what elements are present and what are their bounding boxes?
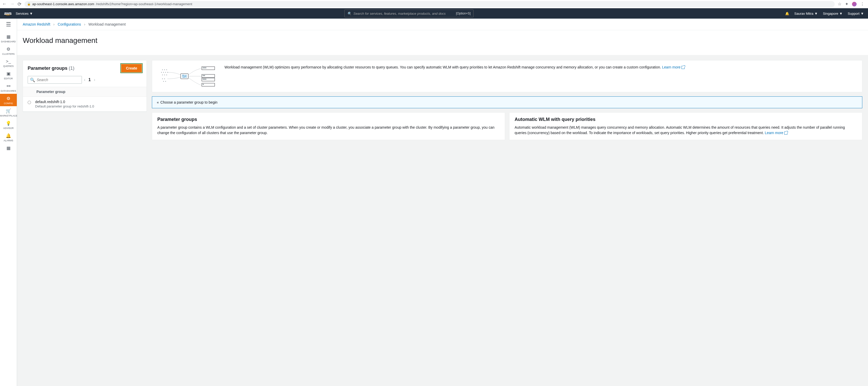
search-placeholder: Search for services, features, marketpla…	[353, 11, 445, 16]
region-menu[interactable]: Singapore ▼	[823, 11, 842, 16]
table-row[interactable]: default.redshift-1.0 Default parameter g…	[23, 97, 147, 111]
svg-point-1	[164, 69, 165, 70]
nav-dashboard[interactable]: ▦DASHBOARD	[0, 32, 17, 44]
url-path: /redshiftv2/home?region=ap-southeast-1#w…	[96, 2, 192, 6]
svg-point-3	[161, 72, 162, 72]
svg-point-5	[165, 72, 166, 72]
hint-text: Choose a parameter group to begin	[160, 100, 218, 105]
star-icon[interactable]: ☆	[838, 2, 841, 6]
back-button[interactable]: ←	[2, 1, 7, 7]
global-search[interactable]: 🔍 Search for services, features, marketp…	[344, 9, 473, 17]
svg-point-11	[164, 79, 165, 79]
svg-rect-31	[206, 79, 206, 80]
search-icon: 🔍	[347, 11, 351, 16]
svg-rect-26	[203, 75, 204, 76]
panel-count: (1)	[69, 66, 74, 71]
search-shortcut: [Option+S]	[456, 11, 471, 15]
parameter-groups-card: Parameter groups A parameter group conta…	[152, 112, 505, 140]
auto-wlm-card: Automatic WLM with query priorities Auto…	[509, 112, 862, 140]
svg-rect-24	[206, 67, 206, 68]
services-menu[interactable]: Services ▼	[16, 11, 33, 16]
svg-point-2	[166, 69, 167, 70]
nav-queries[interactable]: >_QUERIES	[0, 57, 17, 69]
svg-rect-27	[204, 75, 205, 76]
profile-avatar[interactable]	[852, 2, 857, 6]
account-menu[interactable]: Saurav Mitra ▼	[795, 11, 818, 16]
learn-more-link[interactable]: Learn more	[662, 65, 685, 69]
chevron-right-icon: ›	[84, 22, 86, 26]
nav-datashares[interactable]: ⚯DATASHARES	[0, 81, 17, 94]
svg-rect-33	[203, 84, 204, 85]
learn-more-link[interactable]: Learn more	[765, 131, 788, 135]
svg-point-12	[163, 81, 164, 82]
nav-alarms[interactable]: 🔔ALARMS	[0, 131, 17, 143]
page-title: Workload management	[23, 36, 862, 45]
page-prev: ‹	[84, 78, 85, 82]
nav-clusters[interactable]: ⚙CLUSTERS	[0, 44, 17, 57]
svg-rect-30	[204, 79, 205, 80]
svg-point-18	[183, 75, 184, 76]
nav-config[interactable]: ⚙CONFIG	[0, 94, 17, 106]
choose-group-hint: « Choose a parameter group to begin	[152, 96, 862, 108]
svg-point-9	[166, 75, 167, 75]
extensions-icon[interactable]: ✦	[845, 2, 848, 6]
aws-top-nav: aws Services ▼ 🔍 Search for services, fe…	[0, 8, 868, 19]
support-menu[interactable]: Support ▼	[848, 11, 864, 16]
external-link-icon	[681, 66, 685, 69]
kebab-menu-icon[interactable]: ⋮	[860, 2, 864, 6]
svg-point-13	[165, 81, 166, 82]
svg-rect-23	[204, 67, 205, 68]
crumb-root[interactable]: Amazon Redshift	[23, 22, 51, 26]
panel-title: Parameter groups (1)	[28, 66, 74, 71]
svg-point-10	[162, 79, 163, 79]
card-title: Automatic WLM with query priorities	[515, 117, 857, 122]
hamburger-icon[interactable]: ☰	[6, 21, 11, 28]
queries-icon: >_	[0, 59, 17, 64]
nav-marketplace[interactable]: 🛒MARKETPLACE	[0, 106, 17, 119]
card-body: Automatic workload management (WLM) mana…	[515, 125, 857, 136]
aws-logo[interactable]: aws	[4, 11, 11, 16]
page-next: ›	[94, 78, 95, 82]
wlm-illustration	[157, 65, 219, 88]
card-body: A parameter group contains a WLM configu…	[157, 125, 500, 136]
search-icon: 🔍	[30, 78, 35, 82]
dashboard-icon: ▦	[0, 34, 17, 39]
editor-icon: ▣	[0, 71, 17, 77]
row-radio[interactable]	[28, 101, 31, 104]
row-name: default.redshift-1.0	[35, 100, 94, 104]
lock-icon: 🔒	[27, 2, 31, 6]
url-bar[interactable]: 🔒 ap-southeast-1.console.aws.amazon.com/…	[25, 1, 835, 7]
svg-point-4	[163, 72, 164, 72]
config-icon: ⚙	[0, 96, 17, 101]
parameter-groups-panel: Parameter groups (1) Create 🔍 ‹ 1 ›	[23, 60, 147, 112]
chevron-left-double-icon: «	[157, 100, 158, 105]
create-button[interactable]: Create	[121, 64, 142, 72]
parameter-search-input[interactable]	[37, 78, 80, 82]
svg-point-8	[164, 75, 165, 75]
chevron-right-icon: ›	[54, 22, 55, 26]
datashares-icon: ⚯	[0, 84, 17, 89]
crumb-current: Workload management	[88, 22, 126, 26]
wlm-info-text: Workload management (WLM) optimizes quer…	[224, 65, 685, 70]
svg-point-0	[162, 69, 163, 70]
advisor-icon: 💡	[0, 121, 17, 126]
url-host: ap-southeast-1.console.aws.amazon.com	[32, 2, 94, 6]
nav-more[interactable]: ▦	[0, 143, 17, 153]
search-input-wrap: 🔍	[28, 76, 82, 84]
crumb-configurations[interactable]: Configurations	[58, 22, 81, 26]
grid-icon: ▦	[0, 145, 17, 151]
browser-toolbar: ← → ⟳ 🔒 ap-southeast-1.console.aws.amazo…	[0, 0, 868, 8]
forward-button: →	[10, 1, 14, 7]
notifications-icon[interactable]: 🔔	[785, 11, 789, 16]
alarms-icon: 🔔	[0, 133, 17, 139]
svg-rect-22	[203, 67, 204, 68]
left-nav-rail: ☰ ▦DASHBOARD ⚙CLUSTERS >_QUERIES ▣EDITOR…	[0, 19, 17, 386]
svg-rect-29	[203, 79, 204, 80]
pagination: ‹ 1 ›	[84, 78, 95, 82]
nav-editor[interactable]: ▣EDITOR	[0, 69, 17, 81]
nav-advisor[interactable]: 💡ADVISOR	[0, 119, 17, 131]
table-header: Parameter group	[23, 87, 147, 97]
reload-button[interactable]: ⟳	[18, 1, 22, 7]
svg-point-7	[162, 75, 163, 75]
svg-point-19	[185, 76, 186, 77]
